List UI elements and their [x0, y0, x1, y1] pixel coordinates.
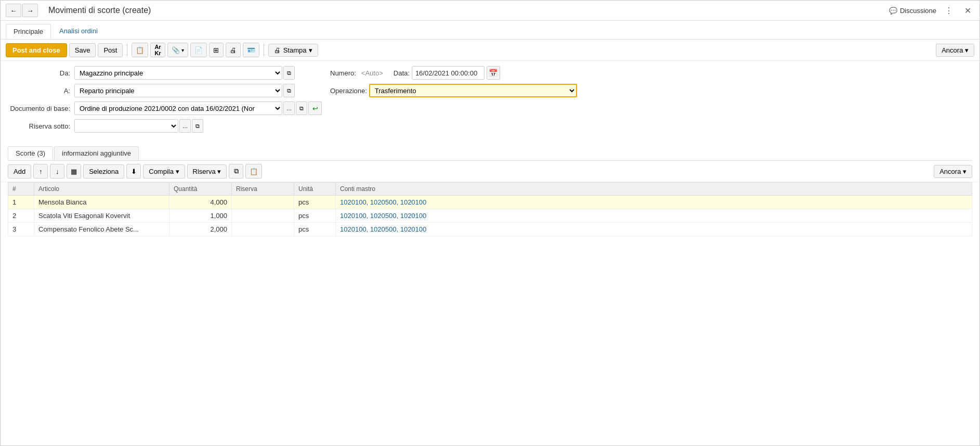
copy2-icon: ⧉	[234, 167, 239, 175]
documento-expand-button[interactable]: ⧉	[296, 101, 307, 115]
cell-conti[interactable]: 1020100, 1020500, 1020100	[336, 196, 972, 209]
card-icon: 🪪	[247, 46, 255, 54]
data-label: Data:	[394, 69, 410, 77]
documento-select[interactable]: Ordine di produzione 2021/0002 con data …	[74, 101, 282, 115]
operazione-label: Operazione:	[330, 87, 367, 95]
printer-icon: 🖨	[274, 46, 281, 54]
stampa-button[interactable]: 🖨 Stampa ▾	[268, 44, 319, 57]
download-icon: ⬇	[131, 168, 137, 175]
col-header-unita: Unità	[294, 183, 336, 196]
note-button[interactable]: 📄	[190, 43, 207, 57]
table-row[interactable]: 1Mensola Bianca4,000pcs1020100, 1020500,…	[8, 196, 972, 209]
inner-tab-scorte[interactable]: Scorte (3)	[8, 146, 53, 160]
cell-quantita: 1,000	[169, 209, 232, 223]
documento-dots-button[interactable]: …	[283, 101, 295, 115]
numero-value: <Auto>	[358, 68, 386, 79]
a-select[interactable]: Reparto principale	[74, 84, 282, 97]
table-row[interactable]: 3Compensato Fenolico Abete Sc...2,000pcs…	[8, 223, 972, 236]
riserva-dots-button[interactable]: …	[179, 119, 191, 133]
riserva-label: Riserva sotto:	[8, 122, 70, 130]
toolbar-separator-1	[127, 44, 127, 56]
data-value: 16/02/2021 00:00:00	[412, 66, 485, 80]
download-button[interactable]: ⬇	[126, 164, 141, 179]
discussione-label: Discussione	[900, 7, 936, 15]
copy-icon: 📋	[136, 46, 144, 54]
col-header-num: #	[8, 183, 34, 196]
cell-articolo: Scatola Viti Esagonali Kovervit	[34, 209, 169, 223]
cell-riserva	[232, 209, 294, 223]
copy2-button[interactable]: ⧉	[229, 164, 243, 179]
a-label: A:	[8, 87, 70, 95]
more-options-button[interactable]: ⋮	[942, 5, 956, 17]
cell-unita: pcs	[294, 223, 336, 236]
da-label: Da:	[8, 69, 70, 77]
note-icon: 📄	[194, 46, 203, 54]
barcode-button[interactable]: ▦	[67, 164, 81, 179]
down-icon: ↓	[56, 168, 59, 175]
forward-button[interactable]: →	[22, 4, 38, 17]
operazione-select[interactable]: Trasferimento	[369, 84, 577, 97]
col-header-conti: Conti mastro	[336, 183, 972, 196]
barcode-icon: ▦	[71, 168, 77, 175]
cell-num: 2	[8, 209, 34, 223]
inner-tab-info[interactable]: informazioni aggiuntive	[54, 146, 139, 160]
cell-quantita: 4,000	[169, 196, 232, 209]
post-button[interactable]: Post	[98, 43, 123, 57]
cell-articolo: Mensola Bianca	[34, 196, 169, 209]
documento-label: Documento di base:	[8, 105, 70, 112]
close-button[interactable]: ✕	[961, 5, 974, 17]
conti-link[interactable]: 1020100, 1020500, 1020100	[340, 225, 426, 233]
numero-label: Numero:	[330, 69, 356, 77]
grid-icon: ⊞	[213, 46, 219, 54]
add-button[interactable]: Add	[8, 164, 31, 179]
attachment-icon: 📎	[172, 46, 180, 54]
grid-button[interactable]: ⊞	[209, 43, 224, 57]
col-header-articolo: Articolo	[34, 183, 169, 196]
discussione-button[interactable]: 💬 Discussione	[889, 7, 936, 15]
attachment-button[interactable]: 📎 ▾	[167, 43, 188, 57]
move-down-button[interactable]: ↓	[50, 164, 64, 179]
copy-button[interactable]: 📋	[132, 43, 148, 57]
ancora-button[interactable]: Ancora ▾	[936, 44, 974, 57]
riserva-button[interactable]: Riserva ▾	[187, 164, 227, 179]
tab-principale[interactable]: Principale	[6, 24, 51, 39]
col-header-riserva: Riserva	[232, 183, 294, 196]
cell-conti[interactable]: 1020100, 1020500, 1020100	[336, 209, 972, 223]
da-select[interactable]: Magazzino principale	[74, 66, 282, 80]
paste-button[interactable]: 📋	[245, 164, 262, 179]
calendar-button[interactable]: 📅	[487, 66, 500, 80]
back-button[interactable]: ←	[6, 4, 21, 17]
seleziona-button[interactable]: Seleziona	[83, 164, 124, 179]
translate-icon: ArKr	[154, 44, 161, 56]
stamp-icon: 🖨	[230, 46, 237, 54]
translate-button[interactable]: ArKr	[150, 43, 165, 57]
documento-go-button[interactable]: ↩	[308, 101, 322, 115]
riserva-select[interactable]	[74, 119, 178, 133]
da-expand-button[interactable]: ⧉	[283, 66, 295, 80]
cell-unita: pcs	[294, 209, 336, 223]
save-button[interactable]: Save	[69, 43, 96, 57]
cell-quantita: 2,000	[169, 223, 232, 236]
cell-unita: pcs	[294, 196, 336, 209]
move-up-button[interactable]: ↑	[33, 164, 48, 179]
subtoolbar-ancora-button[interactable]: Ancora ▾	[934, 165, 972, 178]
cell-conti[interactable]: 1020100, 1020500, 1020100	[336, 223, 972, 236]
cell-riserva	[232, 223, 294, 236]
up-icon: ↑	[39, 168, 43, 175]
back-icon: ←	[10, 7, 17, 15]
tab-analisi-ordini[interactable]: Analisi ordini	[52, 24, 105, 39]
riserva-expand-button[interactable]: ⧉	[192, 119, 203, 133]
cell-riserva	[232, 196, 294, 209]
conti-link[interactable]: 1020100, 1020500, 1020100	[340, 212, 426, 220]
compila-button[interactable]: Compila ▾	[143, 164, 185, 179]
stamp-button[interactable]: 🖨	[226, 43, 241, 57]
conti-link[interactable]: 1020100, 1020500, 1020100	[340, 198, 426, 206]
card-button[interactable]: 🪪	[243, 43, 259, 57]
page-title: Movimenti di scorte (create)	[48, 6, 884, 15]
table-row[interactable]: 2Scatola Viti Esagonali Kovervit1,000pcs…	[8, 209, 972, 223]
a-expand-button[interactable]: ⧉	[283, 84, 295, 97]
post-and-close-button[interactable]: Post and close	[6, 43, 67, 57]
col-header-quantita: Quantità	[169, 183, 232, 196]
paste-icon: 📋	[250, 168, 258, 175]
forward-icon: →	[27, 7, 34, 15]
